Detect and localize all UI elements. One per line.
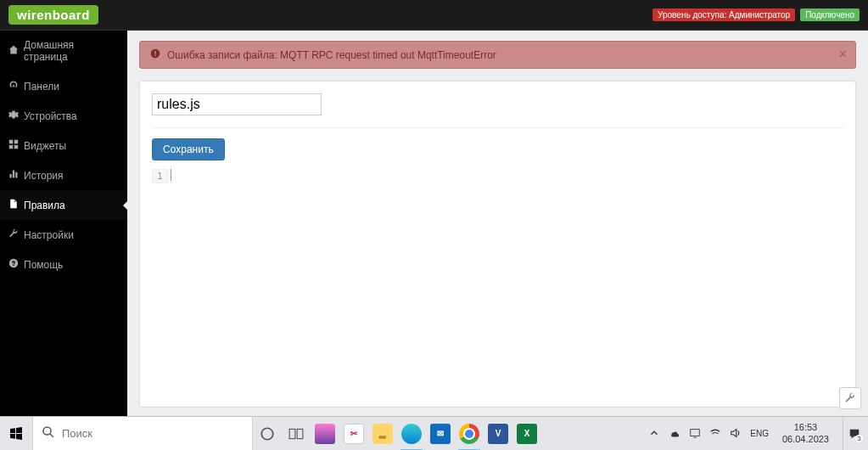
svg-line-4 xyxy=(50,434,53,437)
task-icon-cortana[interactable] xyxy=(253,417,282,451)
gear-icon xyxy=(8,110,19,122)
tools-button[interactable] xyxy=(839,387,861,409)
svg-rect-8 xyxy=(691,429,700,436)
svg-point-5 xyxy=(261,428,273,440)
sidebar-item-home[interactable]: Домашняя страница xyxy=(0,31,127,71)
task-icon-taskview[interactable] xyxy=(282,417,311,451)
sidebar-item-label: Настройки xyxy=(24,229,74,241)
line-number: 1 xyxy=(152,169,168,183)
tray-onedrive-icon[interactable] xyxy=(669,427,680,441)
divider xyxy=(152,127,843,128)
file-icon xyxy=(8,199,19,211)
system-tray: ENG 16:53 06.04.2023 3 xyxy=(648,417,868,451)
connection-status-badge[interactable]: Подключено xyxy=(800,8,860,21)
start-button[interactable] xyxy=(0,417,32,451)
clock-time: 16:53 xyxy=(782,422,829,433)
search-icon xyxy=(42,425,55,442)
sidebar-item-panels[interactable]: Панели xyxy=(0,71,127,101)
taskbar-pinned: ✂ ▂ ✉ V X xyxy=(253,417,541,450)
sidebar-item-history[interactable]: История xyxy=(0,160,127,190)
task-icon-edge[interactable] xyxy=(397,417,426,451)
code-editor[interactable]: 1 xyxy=(152,169,843,183)
filename-input[interactable] xyxy=(152,93,322,115)
sidebar-item-label: Виджеты xyxy=(24,140,66,152)
top-navbar: wirenboard Уровень доступа: Администрато… xyxy=(0,0,868,31)
save-button[interactable]: Сохранить xyxy=(152,138,225,160)
grid-icon xyxy=(8,139,19,152)
sidebar-item-widgets[interactable]: Виджеты xyxy=(0,131,127,160)
content-area: Ошибка записи файла: MQTT RPC request ti… xyxy=(127,31,868,416)
sidebar-item-label: Помощь xyxy=(24,259,63,271)
svg-rect-1 xyxy=(154,51,156,54)
sidebar-item-devices[interactable]: Устройства xyxy=(0,101,127,131)
task-icon-chrome[interactable] xyxy=(455,417,484,451)
svg-rect-7 xyxy=(297,429,303,438)
tray-clock[interactable]: 16:53 06.04.2023 xyxy=(777,422,834,444)
sidebar-item-label: История xyxy=(24,170,64,182)
sidebar-item-rules[interactable]: Правила xyxy=(0,190,127,220)
task-icon-visio[interactable]: V xyxy=(484,417,512,451)
sidebar-item-settings[interactable]: Настройки xyxy=(0,220,127,250)
alert-icon xyxy=(150,48,160,61)
svg-point-3 xyxy=(43,427,51,435)
svg-rect-6 xyxy=(289,429,295,438)
task-icon-excel[interactable]: X xyxy=(512,417,541,451)
alert-close-button[interactable]: × xyxy=(839,47,847,62)
home-icon xyxy=(8,45,19,58)
clock-date: 06.04.2023 xyxy=(782,434,829,445)
sidebar-item-label: Панели xyxy=(24,81,59,93)
notification-count: 3 xyxy=(855,435,862,442)
brand-logo[interactable]: wirenboard xyxy=(8,5,98,25)
tray-update-icon[interactable] xyxy=(689,427,701,441)
tray-wifi-icon[interactable] xyxy=(709,427,721,441)
tray-notifications[interactable]: 3 xyxy=(843,417,865,451)
wrench-icon xyxy=(8,228,19,241)
access-level-badge[interactable]: Уровень доступа: Администратор xyxy=(652,8,795,21)
code-content[interactable] xyxy=(171,169,172,181)
tray-language[interactable]: ENG xyxy=(750,429,769,438)
help-icon xyxy=(8,258,19,271)
sidebar-item-label: Правила xyxy=(24,200,65,211)
tray-chevron-icon[interactable] xyxy=(648,427,660,441)
sidebar-item-label: Домашняя страница xyxy=(24,39,119,63)
tray-volume-icon[interactable] xyxy=(730,427,742,441)
sidebar-item-label: Устройства xyxy=(24,110,77,122)
bars-icon xyxy=(8,169,19,182)
sidebar-nav: Домашняя страница Панели Устройства Видж… xyxy=(0,31,127,416)
task-icon-explorer[interactable]: ▂ xyxy=(368,417,397,451)
search-input[interactable] xyxy=(62,427,244,440)
task-icon-app1[interactable] xyxy=(311,417,339,451)
dashboard-icon xyxy=(8,80,19,93)
alert-text: Ошибка записи файла: MQTT RPC request ti… xyxy=(167,49,496,61)
error-alert: Ошибка записи файла: MQTT RPC request ti… xyxy=(139,41,856,69)
windows-taskbar: ✂ ▂ ✉ V X ENG 16:53 06.04.2023 3 xyxy=(0,416,868,450)
task-icon-mail[interactable]: ✉ xyxy=(426,417,455,451)
svg-rect-2 xyxy=(154,55,156,57)
taskbar-search[interactable] xyxy=(32,417,253,451)
sidebar-item-help[interactable]: Помощь xyxy=(0,250,127,279)
editor-panel: Сохранить 1 xyxy=(139,81,856,408)
task-icon-snip[interactable]: ✂ xyxy=(339,417,368,451)
